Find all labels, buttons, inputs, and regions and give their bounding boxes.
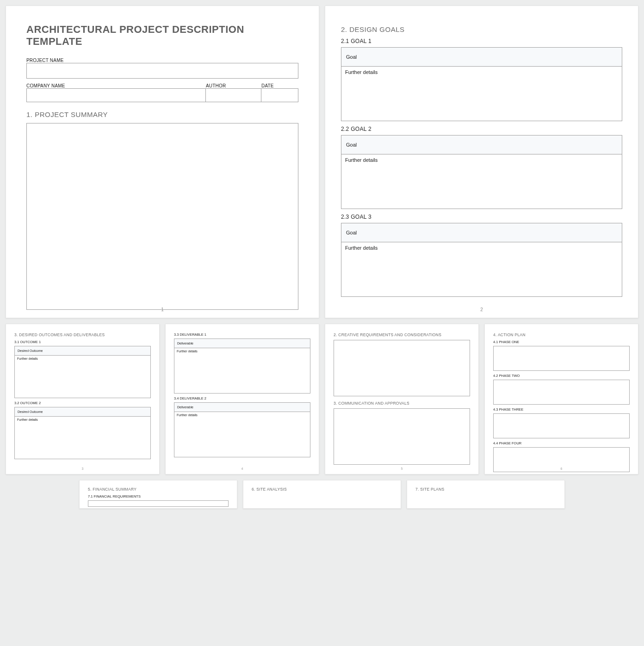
deliverable-1-details-field[interactable]: Further details [174,348,310,394]
goal-1-goal-label: Goal [341,48,622,66]
page-row-1: ARCHITECTURAL PROJECT DESCRIPTION TEMPLA… [6,6,638,318]
creative-reqs-field[interactable] [334,340,470,396]
page-number-5: 5 [325,467,478,470]
page-number-3: 3 [6,467,159,470]
goal-3-goal-field[interactable]: Goal [341,223,622,242]
outcome-1-details-label: Further details [15,356,150,362]
outcome-1-sub: 3.1 OUTCOME 1 [14,340,151,344]
author-field[interactable] [206,88,261,102]
goal-3-goal-label: Goal [341,223,622,242]
outcome-2-sub: 3.2 OUTCOME 2 [14,401,151,405]
goal-3-details-label: Further details [341,242,622,253]
page-4: 3.3 DELIVERABLE 1 Deliverable Further de… [165,324,319,474]
phase-3-sub: 4.3 PHASE THREE [493,407,630,412]
document-title: ARCHITECTURAL PROJECT DESCRIPTION TEMPLA… [26,24,298,48]
goal-1-details-label: Further details [341,67,622,78]
deliverable-2-details-label: Further details [174,412,310,418]
project-summary-heading: 1. PROJECT SUMMARY [26,111,298,118]
deliverable-2-details-field[interactable]: Further details [174,412,310,457]
page-7: 5. FINANCIAL SUMMARY 7.1 FINANCIAL REQUI… [79,480,237,509]
communication-approvals-heading: 3. COMMUNICATION AND APPROVALS [334,401,470,406]
project-summary-field[interactable] [26,123,298,310]
outcome-2-label: Desired Outcome [15,407,150,416]
page-2: 2. DESIGN GOALS 2.1 GOAL 1 Goal Further … [325,6,638,318]
page-number-6: 6 [485,467,638,470]
site-analysis-heading: 6. SITE ANALYSIS [252,487,392,492]
page-8: 6. SITE ANALYSIS [243,480,401,509]
goal-2-goal-field[interactable]: Goal [341,135,622,154]
deliverable-1-label: Deliverable [174,339,310,348]
financial-summary-heading: 5. FINANCIAL SUMMARY [88,487,229,492]
page-9: 7. SITE PLANS [407,480,565,509]
goal-2-details-field[interactable]: Further details [341,154,622,209]
creative-reqs-heading: 2. CREATIVE REQUIREMENTS AND CONSIDERATI… [334,332,470,337]
design-goals-heading: 2. DESIGN GOALS [341,25,622,33]
goal-1-sub: 2.1 GOAL 1 [341,38,622,44]
project-name-field[interactable] [26,63,298,79]
outcome-2-field[interactable]: Desired Outcome [14,407,151,417]
communication-approvals-field[interactable] [334,408,470,465]
company-name-field[interactable] [26,88,206,102]
date-label: DATE [261,83,298,88]
page-number-1: 1 [6,307,319,312]
document-canvas: ARCHITECTURAL PROJECT DESCRIPTION TEMPLA… [0,0,644,514]
outcome-2-details-label: Further details [15,417,150,423]
phase-1-field[interactable] [493,346,630,371]
site-plans-heading: 7. SITE PLANS [415,487,556,492]
phase-3-field[interactable] [493,413,630,438]
outcome-1-field[interactable]: Desired Outcome [14,346,151,356]
author-label: AUTHOR [206,83,261,88]
goal-2-details-label: Further details [341,154,622,166]
action-plan-heading: 4. ACTION PLAN [493,332,630,337]
page-5: 2. CREATIVE REQUIREMENTS AND CONSIDERATI… [325,324,479,474]
meta-fields-row [26,88,298,102]
outcome-1-label: Desired Outcome [15,346,150,355]
goal-3-sub: 2.3 GOAL 3 [341,214,622,220]
deliverable-2-field[interactable]: Deliverable [174,402,310,412]
project-name-label: PROJECT NAME [26,58,298,63]
phase-1-sub: 4.1 PHASE ONE [493,340,630,344]
deliverable-1-details-label: Further details [174,348,310,354]
deliverable-1-sub: 3.3 DELIVERABLE 1 [174,332,310,337]
page-row-3: 5. FINANCIAL SUMMARY 7.1 FINANCIAL REQUI… [6,480,638,509]
financial-requirements-field[interactable] [88,500,229,507]
page-number-2: 2 [325,307,638,312]
date-field[interactable] [261,88,298,102]
deliverable-1-field[interactable]: Deliverable [174,338,310,348]
goal-3-details-field[interactable]: Further details [341,242,622,297]
page-6: 4. ACTION PLAN 4.1 PHASE ONE 4.2 PHASE T… [484,324,638,474]
goal-1-details-field[interactable]: Further details [341,67,622,121]
outcomes-heading: 3. DESIRED OUTCOMES AND DELIVERABLES [14,332,151,337]
deliverable-2-sub: 3.4 DELIVERABLE 2 [174,396,310,400]
page-row-2: 3. DESIRED OUTCOMES AND DELIVERABLES 3.1… [6,324,638,474]
phase-2-field[interactable] [493,380,630,405]
phase-4-sub: 4.4 PHASE FOUR [493,441,630,445]
page-number-4: 4 [166,467,319,470]
goal-2-sub: 2.2 GOAL 2 [341,126,622,132]
financial-requirements-sub: 7.1 FINANCIAL REQUIREMENTS [88,494,229,498]
page-3: 3. DESIRED OUTCOMES AND DELIVERABLES 3.1… [6,324,160,474]
goal-2-goal-label: Goal [341,135,622,154]
company-name-label: COMPANY NAME [26,83,206,88]
meta-labels-row: COMPANY NAME AUTHOR DATE [26,83,298,88]
outcome-1-details-field[interactable]: Further details [14,356,151,398]
goal-1-goal-field[interactable]: Goal [341,47,622,67]
outcome-2-details-field[interactable]: Further details [14,417,151,459]
phase-2-sub: 4.2 PHASE TWO [493,374,630,378]
page-1: ARCHITECTURAL PROJECT DESCRIPTION TEMPLA… [6,6,319,318]
deliverable-2-label: Deliverable [174,403,310,412]
